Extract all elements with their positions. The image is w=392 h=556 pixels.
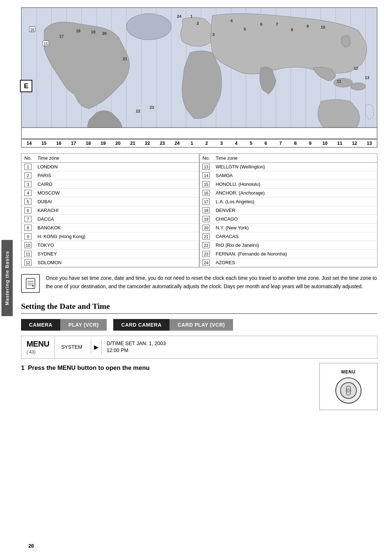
tz-num: 15 — [200, 180, 213, 189]
svg-text:7: 7 — [276, 22, 278, 26]
svg-rect-57 — [26, 278, 35, 289]
tz-row: 14SAMOA — [200, 171, 377, 180]
map-num-5: 5 — [244, 140, 258, 146]
tz-name: AZORES — [213, 258, 377, 267]
tz-name: LONDON — [34, 163, 199, 171]
tz-name: HONOLU. (Honolulu) — [213, 180, 377, 189]
svg-text:6: 6 — [260, 22, 262, 26]
tz-name: BANGKOK — [34, 224, 199, 232]
tz-name: MOSCOW — [34, 189, 199, 197]
svg-text:12: 12 — [354, 66, 358, 70]
tz-name: ANCHOR. (Anchorage) — [213, 189, 377, 197]
map-number-row: 14 15 16 17 18 19 20 21 22 23 24 1 2 3 4… — [22, 139, 377, 147]
tz-num: 23 — [200, 250, 213, 258]
tz-num: 4 — [21, 189, 34, 197]
tz-row: 5DUBAI — [21, 197, 199, 206]
tz-name: KARACHI — [34, 206, 199, 215]
tz-num: 17 — [200, 197, 213, 206]
svg-text:9: 9 — [306, 24, 309, 28]
svg-text:19: 19 — [91, 30, 95, 34]
svg-text:11: 11 — [337, 79, 342, 83]
map-num-16: 16 — [52, 140, 66, 146]
tz-name: PARIS — [34, 171, 199, 180]
main-content: 16 15 17 18 19 20 21 22 23 24 1 2 3 4 5 … — [14, 0, 392, 556]
mode-btn-play-vcr[interactable]: PLAY (VCR) — [60, 319, 107, 331]
step1-text: 1 Press the MENU button to open the menu — [21, 363, 313, 372]
svg-text:2: 2 — [197, 21, 199, 25]
menu-page-ref: ( 43) — [26, 349, 36, 355]
svg-text:18: 18 — [76, 29, 81, 33]
tz-row: 3CAIRO — [21, 180, 199, 189]
tz-row: 16ANCHOR. (Anchorage) — [200, 189, 377, 197]
svg-text:24: 24 — [177, 14, 181, 19]
tz-num: 1 — [21, 163, 34, 171]
tz-num: 10 — [21, 241, 34, 250]
svg-point-25 — [126, 13, 171, 40]
menu-button-graphic — [335, 377, 362, 404]
tz-num: 5 — [21, 197, 34, 206]
mode-btn-card-play-vcr[interactable]: CARD PLAY (VCR) — [170, 319, 233, 331]
tz-row: 12SOLOMON — [21, 258, 199, 267]
svg-text:10: 10 — [321, 25, 326, 29]
menu-word: MENU — [26, 340, 49, 348]
side-tab: Mastering the Basics — [0, 0, 14, 556]
tz-name: CAIRO — [34, 180, 199, 189]
tz-name: SYDNEY — [34, 250, 199, 258]
mode-btn-card-camera[interactable]: CARD CAMERA — [113, 319, 170, 331]
step1-instruction: Press the MENU button to open the menu — [28, 364, 150, 371]
menu-arrow-cell: ▶ — [91, 340, 102, 354]
tz-row: 9H. KONG (Hong Kong) — [21, 232, 199, 241]
map-num-10: 10 — [318, 140, 332, 146]
map-num-7: 7 — [273, 140, 288, 146]
svg-text:16: 16 — [30, 28, 34, 32]
mode-btn-camera[interactable]: CAMERA — [21, 319, 60, 331]
tz-row: 24AZORES — [200, 258, 377, 267]
tz-num: 19 — [200, 215, 213, 224]
tz-name: N.Y. (New York) — [213, 224, 377, 232]
tz-num: 14 — [200, 171, 213, 180]
map-num-17: 17 — [66, 140, 81, 146]
tz-col-name-right: Time zone — [213, 154, 377, 163]
map-num-19: 19 — [96, 140, 111, 146]
tz-name: CHICAGO — [213, 215, 377, 224]
tz-row: 13WELLGTN (Wellington) — [200, 163, 377, 171]
map-num-20: 20 — [111, 140, 126, 146]
dtimeset-line1: D/TIME SET JAN. 1, 2003 — [107, 340, 166, 347]
svg-text:5: 5 — [244, 27, 246, 31]
tz-name: TOKYO — [34, 241, 199, 250]
tz-name: H. KONG (Hong Kong) — [34, 232, 199, 241]
svg-text:1: 1 — [190, 14, 192, 19]
tz-name: FERNAN. (Fernando de Noronha) — [213, 250, 377, 258]
svg-text:17: 17 — [59, 34, 64, 38]
tz-row: 21CARACAS — [200, 232, 377, 241]
svg-text:13: 13 — [365, 75, 369, 80]
map-num-3: 3 — [214, 140, 229, 146]
section-heading: Setting the Date and Time — [21, 302, 377, 314]
tz-row: 8BANGKOK — [21, 224, 199, 232]
menu-instruction-row: MENU ( 43) SYSTEM ▶ D/TIME SET JAN. 1, 2… — [21, 336, 377, 358]
timezone-table-right: No. Time zone 13WELLGTN (Wellington)14SA… — [200, 154, 377, 267]
svg-text:15: 15 — [44, 42, 48, 46]
tz-row: 2PARIS — [21, 171, 199, 180]
svg-text:4: 4 — [230, 19, 233, 23]
step1: 1 Press the MENU button to open the menu… — [21, 363, 377, 410]
timezone-table: No. Time zone 1LONDON2PARIS3CAIRO4MOSCOW… — [21, 154, 377, 267]
tz-row: 18DENVER — [200, 206, 377, 215]
map-num-24: 24 — [170, 140, 185, 146]
tz-name: SAMOA — [213, 171, 377, 180]
tz-row: 23FERNAN. (Fernando de Noronha) — [200, 250, 377, 258]
tz-name: L.A. (Los Angeles) — [213, 197, 377, 206]
tz-num: 18 — [200, 206, 213, 215]
tz-row: 19CHICAGO — [200, 215, 377, 224]
world-map: 16 15 17 18 19 20 21 22 23 24 1 2 3 4 5 … — [21, 7, 377, 148]
tz-num: 21 — [200, 232, 213, 241]
map-num-4: 4 — [229, 140, 244, 146]
tz-row: 17L.A. (Los Angeles) — [200, 197, 377, 206]
svg-text:22: 22 — [136, 109, 140, 113]
map-num-22: 22 — [140, 140, 155, 146]
tz-name: CARACAS — [213, 232, 377, 241]
tz-name: RIO (Rio de Janeiro) — [213, 241, 377, 250]
tz-num: 13 — [200, 163, 213, 171]
map-num-13: 13 — [362, 140, 377, 146]
note-icon — [21, 274, 40, 293]
